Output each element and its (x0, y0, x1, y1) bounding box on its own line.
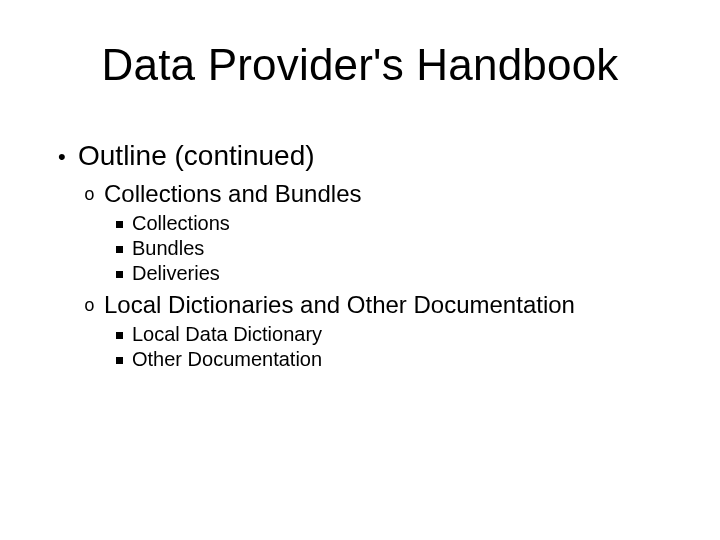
slide: Data Provider's Handbook Outline (contin… (0, 0, 720, 540)
outline-list: Outline (continued) Collections and Bund… (50, 140, 670, 371)
section-label: Collections and Bundles (104, 180, 362, 207)
slide-title: Data Provider's Handbook (50, 40, 670, 90)
outline-sections: Collections and Bundles Collections Bund… (78, 180, 670, 371)
section-collections-bundles: Collections and Bundles Collections Bund… (104, 180, 670, 285)
outline-heading-item: Outline (continued) Collections and Bund… (78, 140, 670, 371)
list-item: Bundles (132, 237, 670, 260)
list-item: Local Data Dictionary (132, 323, 670, 346)
section-items: Collections Bundles Deliveries (104, 212, 670, 285)
list-item: Other Documentation (132, 348, 670, 371)
section-items: Local Data Dictionary Other Documentatio… (104, 323, 670, 371)
list-item: Deliveries (132, 262, 670, 285)
outline-heading-text: Outline (continued) (78, 140, 315, 171)
section-label: Local Dictionaries and Other Documentati… (104, 291, 575, 318)
list-item: Collections (132, 212, 670, 235)
section-local-dictionaries: Local Dictionaries and Other Documentati… (104, 291, 670, 371)
